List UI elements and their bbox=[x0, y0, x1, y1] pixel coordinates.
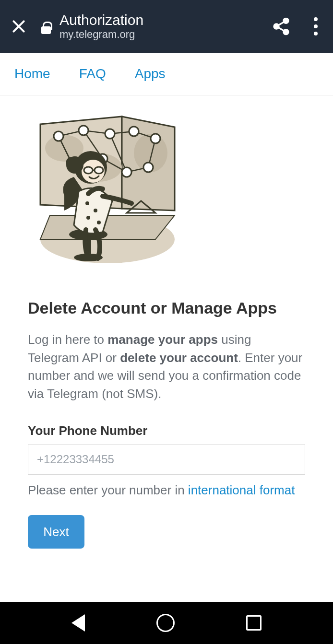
lock-icon bbox=[41, 22, 51, 34]
desc-text: Log in here to bbox=[28, 332, 107, 347]
nav-faq[interactable]: FAQ bbox=[65, 53, 120, 95]
international-format-link[interactable]: international format bbox=[188, 483, 295, 497]
svg-point-9 bbox=[79, 126, 88, 135]
description: Log in here to manage your apps using Te… bbox=[28, 331, 305, 403]
svg-point-27 bbox=[66, 156, 83, 174]
svg-point-2 bbox=[284, 30, 288, 35]
top-nav: Home FAQ Apps bbox=[0, 53, 333, 95]
svg-point-29 bbox=[95, 167, 103, 174]
svg-point-8 bbox=[54, 131, 63, 141]
illustration bbox=[31, 115, 184, 268]
close-icon[interactable] bbox=[11, 18, 27, 35]
phone-helper: Please enter your number in internationa… bbox=[28, 481, 305, 499]
svg-point-28 bbox=[84, 167, 93, 174]
main-content: Delete Account or Manage Apps Log in her… bbox=[0, 95, 333, 549]
next-button[interactable]: Next bbox=[28, 515, 84, 549]
page-title: Authorization bbox=[59, 12, 143, 28]
address-block[interactable]: Authorization my.telegram.org bbox=[59, 12, 143, 40]
svg-point-22 bbox=[94, 209, 97, 212]
illustration-wrap bbox=[28, 115, 305, 287]
browser-chrome: Authorization my.telegram.org bbox=[0, 0, 333, 53]
chrome-left: Authorization my.telegram.org bbox=[11, 12, 143, 40]
svg-point-15 bbox=[122, 167, 131, 177]
heading: Delete Account or Manage Apps bbox=[28, 299, 305, 317]
nav-apps[interactable]: Apps bbox=[120, 53, 180, 95]
svg-line-3 bbox=[278, 22, 284, 25]
desc-bold-2: delete your account bbox=[120, 351, 238, 365]
home-icon[interactable] bbox=[156, 614, 175, 632]
svg-point-0 bbox=[284, 18, 288, 23]
svg-point-12 bbox=[151, 134, 160, 143]
back-icon[interactable] bbox=[71, 614, 85, 632]
phone-input[interactable] bbox=[28, 444, 305, 475]
recent-apps-icon[interactable] bbox=[246, 615, 262, 631]
svg-point-1 bbox=[274, 24, 279, 29]
system-nav-bar bbox=[0, 602, 333, 644]
svg-point-23 bbox=[86, 216, 90, 220]
page-url: my.telegram.org bbox=[59, 29, 143, 40]
svg-point-21 bbox=[85, 201, 89, 205]
svg-line-4 bbox=[278, 28, 284, 31]
svg-point-11 bbox=[129, 127, 139, 136]
svg-point-10 bbox=[105, 129, 115, 139]
phone-label: Your Phone Number bbox=[28, 423, 305, 438]
share-icon[interactable] bbox=[272, 17, 291, 36]
nav-home[interactable]: Home bbox=[0, 53, 65, 95]
svg-point-16 bbox=[143, 163, 153, 172]
helper-text: Please enter your number in bbox=[28, 483, 188, 497]
chrome-right bbox=[272, 14, 322, 38]
desc-bold-1: manage your apps bbox=[107, 332, 218, 347]
more-menu-icon[interactable] bbox=[309, 14, 322, 38]
svg-point-24 bbox=[97, 221, 101, 224]
